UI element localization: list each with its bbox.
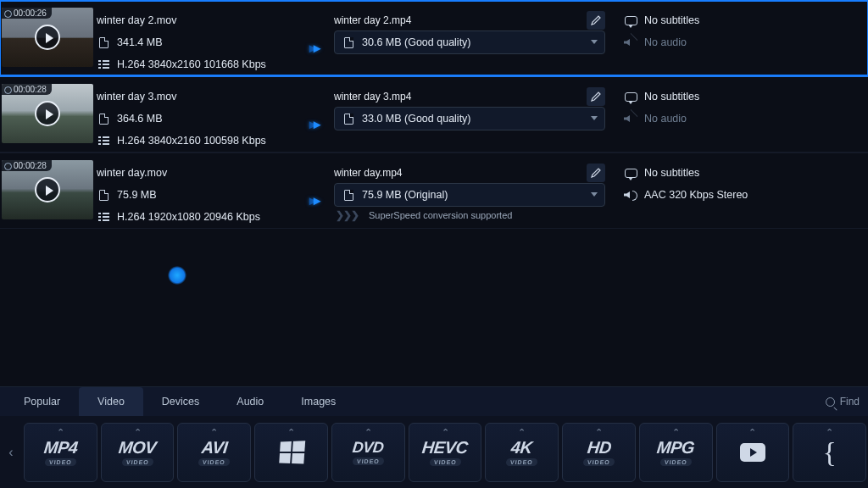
stream-icon [97, 58, 110, 71]
tab-video[interactable]: Video [79, 387, 143, 416]
arrow-icon: ▸▸ [309, 41, 318, 55]
dest-size: 33.0 MB (Good quality) [362, 113, 471, 125]
subtitles-icon [624, 14, 637, 27]
quality-dropdown[interactable]: 30.6 MB (Good quality) [334, 30, 605, 54]
source-codec: H.264 1920x1080 20946 Kbps [117, 211, 260, 223]
source-size: 364.6 MB [117, 113, 163, 125]
arrow-icon: ▸▸ [309, 193, 318, 208]
thumbnail[interactable]: 00:00:26 [2, 8, 93, 67]
file-icon [342, 36, 355, 49]
file-icon [97, 112, 110, 125]
chevron-up-icon: ⌃ [57, 427, 64, 438]
source-filename: winter day 3.mov [97, 86, 293, 108]
duration-badge: 00:00:28 [2, 160, 52, 171]
subtitles-field[interactable]: No subtitles [624, 162, 868, 184]
source-size: 341.4 MB [117, 36, 163, 48]
stream-icon [97, 210, 110, 224]
format-card-yt[interactable]: ⌃ [716, 423, 790, 482]
audio-field[interactable]: No audio [624, 108, 868, 130]
tab-audio[interactable]: Audio [218, 387, 282, 416]
file-row[interactable]: 00:00:26 winter day 2.mov 341.4 MB H.264… [0, 0, 868, 76]
chevron-down-icon [591, 192, 598, 197]
find-field[interactable]: Find [826, 396, 863, 408]
source-codec: H.264 3840x2160 100598 Kbps [117, 135, 266, 147]
audio-field[interactable]: No audio [624, 31, 868, 53]
thumbnail[interactable]: 00:00:28 [2, 84, 93, 143]
format-panel: PopularVideoDevicesAudioImages Find ‹ ⌃M… [0, 386, 868, 488]
format-card-4k[interactable]: ⌃4KVIDEO [485, 423, 559, 482]
file-icon [342, 112, 355, 125]
thumbnail[interactable]: 00:00:28 [2, 160, 93, 219]
dest-size: 30.6 MB (Good quality) [362, 36, 471, 48]
chevron-up-icon: ⌃ [826, 427, 833, 438]
file-row[interactable]: 00:00:28 winter day 3.mov 364.6 MB H.264… [0, 76, 868, 152]
format-card-curly[interactable]: ⌃{ [793, 423, 866, 482]
play-icon[interactable] [35, 177, 60, 202]
search-icon [826, 397, 835, 407]
format-card-hevc[interactable]: ⌃HEVCVIDEO [409, 423, 482, 482]
format-card-mpg[interactable]: ⌃MPGVIDEO [639, 423, 713, 482]
subtitles-icon [624, 90, 637, 103]
chevron-down-icon [591, 40, 598, 44]
format-tabs: PopularVideoDevicesAudioImages Find [0, 387, 868, 416]
scroll-left-button[interactable]: ‹ [2, 423, 20, 482]
edit-name-button[interactable] [587, 87, 605, 106]
chevron-up-icon: ⌃ [672, 427, 680, 438]
format-card-win[interactable]: ⌃ [254, 423, 328, 482]
duration-badge: 00:00:28 [2, 84, 52, 95]
chevron-up-icon: ⌃ [748, 427, 756, 438]
source-filename: winter day 2.mov [97, 9, 293, 31]
quality-dropdown[interactable]: 33.0 MB (Good quality) [334, 107, 605, 130]
format-card-dvd[interactable]: ⌃DVDVIDEO [331, 423, 405, 482]
source-codec: H.264 3840x2160 101668 Kbps [117, 58, 266, 70]
stream-icon [97, 134, 110, 147]
file-icon [97, 36, 110, 49]
duration-badge: 00:00:26 [2, 8, 52, 19]
file-icon [97, 188, 110, 202]
format-card-mp4[interactable]: ⌃MP4VIDEO [24, 423, 97, 482]
dest-filename: winter day 2.mp4 [334, 14, 587, 26]
format-strip: ‹ ⌃MP4VIDEO⌃MOVVIDEO⌃AVIVIDEO⌃⌃DVDVIDEO⌃… [0, 416, 868, 488]
chevron-up-icon: ⌃ [134, 427, 142, 438]
source-size: 75.9 MB [117, 189, 157, 201]
file-icon [342, 188, 355, 202]
subtitles-field[interactable]: No subtitles [624, 86, 868, 108]
audio-field[interactable]: AAC 320 Kbps Stereo [624, 184, 868, 206]
dest-filename: winter day 3.mp4 [334, 91, 587, 103]
youtube-icon [740, 443, 765, 462]
chevron-down-icon [591, 116, 598, 120]
audio-icon [624, 188, 637, 202]
find-label: Find [840, 396, 860, 408]
format-card-avi[interactable]: ⌃AVIVIDEO [177, 423, 251, 482]
subtitles-field[interactable]: No subtitles [624, 9, 868, 31]
chevron-up-icon: ⌃ [595, 427, 603, 438]
edit-name-button[interactable] [587, 11, 605, 30]
audio-icon [624, 36, 637, 49]
format-card-mov[interactable]: ⌃MOVVIDEO [101, 423, 175, 482]
play-icon[interactable] [35, 101, 60, 126]
dest-size: 75.9 MB (Original) [362, 189, 448, 201]
chevron-up-icon: ⌃ [210, 427, 218, 438]
source-filename: winter day.mov [97, 162, 293, 184]
subtitles-icon [624, 166, 637, 180]
play-icon[interactable] [35, 25, 60, 50]
format-card-hd[interactable]: ⌃HDVIDEO [562, 423, 636, 482]
chevron-up-icon: ⌃ [442, 427, 449, 438]
chevron-up-icon: ⌃ [518, 427, 526, 438]
tab-images[interactable]: Images [282, 387, 354, 416]
chevron-up-icon: ⌃ [364, 427, 372, 438]
superspeed-note: ❯❯❯SuperSpeed conversion supported [336, 209, 624, 221]
quality-dropdown[interactable]: 75.9 MB (Original) [334, 183, 605, 207]
tab-popular[interactable]: Popular [5, 387, 79, 416]
arrow-icon: ▸▸ [309, 117, 318, 131]
dest-filename: winter day.mp4 [334, 167, 587, 179]
file-row[interactable]: 00:00:28 winter day.mov 75.9 MB H.264 19… [0, 152, 868, 229]
chevron-up-icon: ⌃ [287, 427, 295, 438]
audio-icon [624, 112, 637, 125]
edit-name-button[interactable] [587, 164, 605, 182]
cursor-indicator [168, 266, 186, 285]
tab-devices[interactable]: Devices [143, 387, 218, 416]
